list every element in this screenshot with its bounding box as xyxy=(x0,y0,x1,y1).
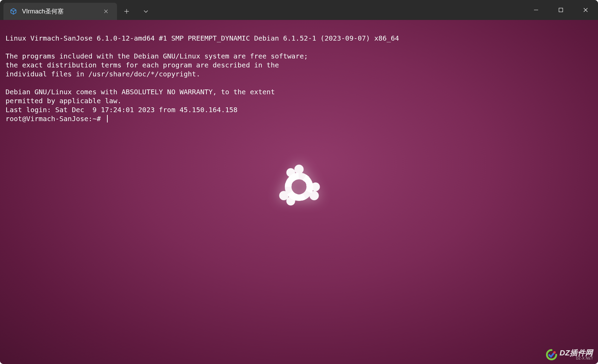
cube-icon xyxy=(10,8,17,15)
close-window-button[interactable] xyxy=(573,0,598,20)
shell-prompt: root@Virmach-SanJose:~# xyxy=(6,114,105,123)
maximize-button[interactable] xyxy=(548,0,573,20)
motd-line: Debian GNU/Linux comes with ABSOLUTELY N… xyxy=(6,88,275,96)
watermark: DZ插件网 DZ-X.NET xyxy=(546,349,593,361)
minimize-button[interactable] xyxy=(524,0,548,20)
text-cursor xyxy=(107,115,108,122)
motd-line: The programs included with the Debian GN… xyxy=(6,52,308,60)
new-tab-button[interactable] xyxy=(117,3,136,20)
svg-rect-0 xyxy=(559,8,563,12)
tab-dropdown-button[interactable] xyxy=(136,3,156,20)
svg-point-8 xyxy=(286,168,295,177)
tab-strip: VIrmach圣何塞 xyxy=(0,0,117,20)
svg-point-9 xyxy=(286,197,295,206)
terminal-viewport[interactable]: Linux Virmach-SanJose 6.1.0-12-amd64 #1 … xyxy=(0,20,598,364)
terminal-window: VIrmach圣何塞 xyxy=(0,0,598,364)
motd-line: permitted by applicable law. xyxy=(6,97,121,105)
motd-line: Linux Virmach-SanJose 6.1.0-12-amd64 #1 … xyxy=(6,34,399,42)
watermark-logo-icon xyxy=(546,349,557,361)
watermark-text: DZ插件网 xyxy=(559,349,593,357)
terminal-output: Linux Virmach-SanJose 6.1.0-12-amd64 #1 … xyxy=(0,20,598,128)
titlebar: VIrmach圣何塞 xyxy=(0,0,598,20)
tab-active[interactable]: VIrmach圣何塞 xyxy=(3,3,117,20)
motd-line: the exact distribution terms for each pr… xyxy=(6,61,279,69)
svg-point-10 xyxy=(553,351,556,354)
ubuntu-logo-icon-overlay xyxy=(273,161,325,213)
titlebar-drag-region[interactable] xyxy=(156,0,524,20)
window-controls xyxy=(524,0,598,20)
motd-line: individual files in /usr/share/doc/*/cop… xyxy=(6,70,200,78)
svg-point-7 xyxy=(311,182,320,191)
tab-title: VIrmach圣何塞 xyxy=(22,7,64,15)
motd-line: Last login: Sat Dec 9 17:24:01 2023 from… xyxy=(6,106,237,114)
close-tab-button[interactable] xyxy=(101,7,111,16)
svg-point-6 xyxy=(288,176,310,198)
watermark-subtext: DZ-X.NET xyxy=(576,357,593,360)
